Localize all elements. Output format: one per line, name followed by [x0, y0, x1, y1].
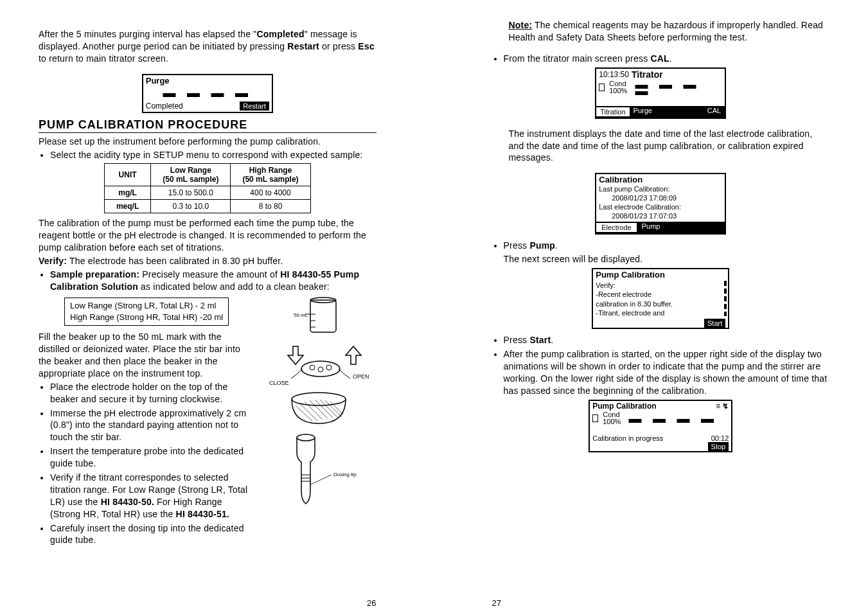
bullet-sample-prep: Sample preparation: Precisely measure th… — [50, 269, 376, 293]
th-low: Low Range(50 mL sample) — [151, 164, 231, 186]
bar-cal[interactable]: CAL — [704, 106, 725, 118]
r1c1: mg/L — [104, 186, 150, 200]
animation-icons: ≡ ↯ — [716, 402, 729, 411]
bullet-from-titrator: From the titrator main screen press CAL. — [504, 53, 830, 65]
page-number: 27 — [492, 598, 501, 608]
r1c2: 15.0 to 500.0 — [151, 186, 231, 200]
restart-button[interactable]: Restart — [240, 102, 269, 111]
cal-paragraph: The calibration of the pump must be perf… — [39, 217, 376, 254]
battery-icon — [592, 414, 599, 422]
label-close: CLOSE — [269, 380, 289, 386]
progress-time: 00:12 — [711, 434, 729, 442]
bullet-careful: Carefuly insert the dosing tip into the … — [50, 522, 252, 547]
progress-dashes: ▬ ▬ ▬ ▬ — [635, 81, 722, 94]
label-dosing-tip: Dosing tip — [333, 472, 357, 477]
bar-titration[interactable]: Titration — [596, 106, 629, 118]
note-line: Note: The chemical reagents may be hazar… — [509, 19, 830, 44]
range-table: UNIT Low Range(50 mL sample) High Range(… — [104, 163, 311, 213]
cond-pct: 100% — [609, 87, 627, 94]
bullet-press-pump: Press Pump. The next screen will be disp… — [504, 240, 830, 265]
holder-icon: CLOSE OPEN — [264, 340, 373, 391]
r2c2: 0.3 to 10.0 — [151, 200, 231, 213]
setup-line: Please set up the instrument before perf… — [39, 136, 376, 148]
lcd-purge-screen: Purge ▬ ▬ ▬ ▬ Completed Restart — [142, 74, 273, 113]
beaker-icon: 50 mL — [291, 295, 346, 340]
lcd-prog-title: Pump Calibration — [592, 402, 656, 411]
lcd-purge-title: Purge — [143, 75, 272, 86]
start-button[interactable]: Start — [704, 319, 725, 328]
svg-point-9 — [326, 365, 332, 370]
bullet-setup: Select the acidity type in SETUP menu to… — [50, 149, 376, 161]
scroll-indicator — [724, 281, 727, 316]
svg-line-15 — [315, 400, 333, 418]
progress-text: Calibration in progress — [592, 434, 663, 442]
lcd-time: 10:13:50 — [599, 70, 629, 79]
th-high: High Range(50 mL sample) — [231, 164, 310, 186]
page-number: 26 — [367, 598, 376, 608]
verify-line: Verify: The electrode has been calibrate… — [39, 255, 376, 267]
th-unit: UNIT — [104, 164, 150, 186]
bullet-after-start: After the pump calibration is started, o… — [504, 348, 830, 397]
dosing-tip-icon: Dosing tip — [270, 430, 367, 507]
status-bar: Titration Purge CAL — [596, 106, 725, 118]
next-screen-line: The next screen will be displayed. — [504, 253, 830, 265]
lcd-cal-title: Calibration — [596, 174, 725, 185]
after-lcd1-para: The instrument displays the date and tim… — [509, 128, 830, 164]
fill-paragraph: Fill the beaker up to the 50 mL mark wit… — [39, 331, 252, 380]
bullet-immerse: Immerse the pH electrode approximatively… — [50, 407, 252, 444]
bullet-insert-temp: Insert the temperature probe into the de… — [50, 445, 252, 470]
svg-point-8 — [318, 367, 323, 372]
bar-purge[interactable]: Purge — [630, 106, 656, 118]
r2c1: meq/L — [104, 200, 150, 213]
svg-point-7 — [310, 365, 315, 370]
label-50ml: 50 mL — [294, 312, 308, 318]
progress-indicator: ▬ ▬ ▬ ▬ — [143, 86, 272, 102]
bar-electrode[interactable]: Electrode — [596, 222, 636, 233]
illustration-column: 50 mL CLOSE OPEN — [261, 295, 376, 549]
label-open: OPEN — [353, 373, 369, 380]
progress-dashes: ▬ ▬ ▬ ▬ — [628, 415, 718, 422]
section-heading: PUMP CALIBRATION PROCEDURE — [39, 118, 376, 133]
r2c3: 8 to 80 — [231, 200, 310, 213]
svg-point-19 — [297, 434, 315, 441]
beaker-fill-icon — [280, 391, 357, 430]
cond-pct: 100% — [603, 418, 621, 425]
lcd-titrator-screen: 10:13:50 Titrator Cond 100% ▬ ▬ ▬ ▬ Titr… — [595, 67, 726, 119]
prep-box: Low Range (Strong LR, Total LR) - 2 ml H… — [64, 298, 229, 326]
bullet-press-start: Press Start. — [504, 334, 830, 346]
svg-point-6 — [301, 361, 340, 377]
battery-icon — [599, 84, 605, 91]
r1c3: 400 to 4000 — [231, 186, 310, 200]
lcd-pump-progress-screen: Pump Calibration ≡ ↯ Cond 100% ▬ ▬ ▬ ▬ C… — [589, 400, 732, 452]
intro-paragraph: After the 5 minutes purging interval has… — [39, 28, 376, 65]
lcd-calibration-screen: Calibration Last pump Calibration: 2008/… — [595, 173, 726, 235]
svg-line-23 — [310, 475, 332, 484]
bar-pump[interactable]: Pump — [637, 222, 666, 233]
purge-status: Completed — [146, 102, 183, 111]
stop-button[interactable]: Stop — [708, 442, 729, 451]
bullet-verify-titrant: Verify if the titrant correspondes to se… — [50, 472, 252, 520]
bullet-place: Place the electrode holder on the top of… — [50, 381, 252, 405]
lcd-pumpcal-title: Pump Calibration — [593, 269, 728, 280]
lcd-pump-calibration-screen: Pump Calibration Verify: -Recent electro… — [592, 268, 729, 329]
svg-line-16 — [320, 400, 338, 418]
